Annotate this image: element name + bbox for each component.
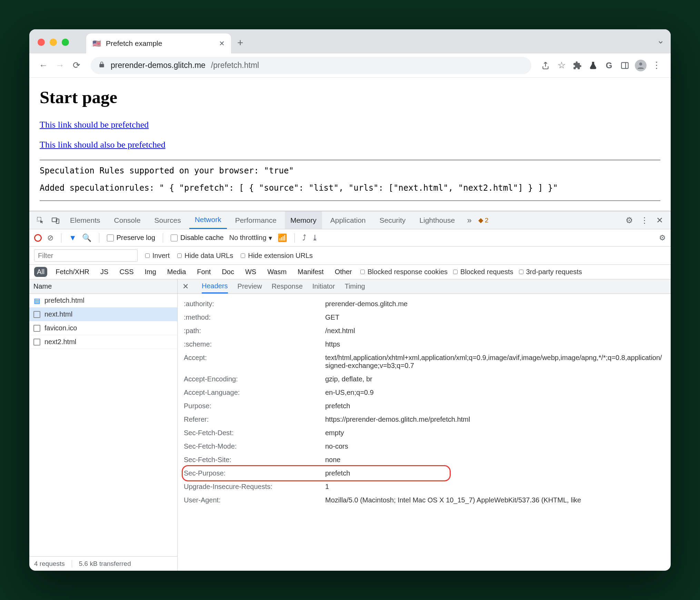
type-other[interactable]: Other xyxy=(332,267,355,277)
header-value: Mozilla/5.0 (Macintosh; Intel Mac OS X 1… xyxy=(325,496,664,504)
device-mode-icon[interactable] xyxy=(49,216,62,224)
speculation-supported-text: Speculation Rules supported on your brow… xyxy=(40,166,660,176)
share-icon[interactable] xyxy=(539,59,552,72)
type-doc[interactable]: Doc xyxy=(219,267,237,277)
url-path: /prefetch.html xyxy=(211,61,259,70)
tab-security[interactable]: Security xyxy=(374,211,411,229)
hide-data-urls-checkbox[interactable]: Hide data URLs xyxy=(177,252,233,260)
reload-button[interactable]: ⟳ xyxy=(70,59,83,72)
prefetch-link-1[interactable]: This link should be prefetched xyxy=(40,120,660,130)
bookmark-icon[interactable]: ☆ xyxy=(555,59,568,72)
filter-input[interactable] xyxy=(34,249,138,262)
request-row[interactable]: next.html xyxy=(29,308,177,321)
close-devtools-icon[interactable]: ✕ xyxy=(653,216,666,225)
disable-cache-label: Disable cache xyxy=(180,234,224,242)
hide-extension-urls-checkbox[interactable]: Hide extension URLs xyxy=(241,252,313,260)
page-viewport: Start page This link should be prefetche… xyxy=(29,78,671,211)
devtools-tabbar: Elements Console Sources Network Perform… xyxy=(29,211,671,229)
type-manifest[interactable]: Manifest xyxy=(295,267,327,277)
type-wasm[interactable]: Wasm xyxy=(264,267,289,277)
extensions-icon[interactable] xyxy=(571,59,584,72)
inspect-icon[interactable] xyxy=(34,216,47,224)
prefetch-link-2[interactable]: This link should also be prefetched xyxy=(40,140,660,150)
throttling-select[interactable]: No throttling ▾ xyxy=(229,234,272,242)
menu-icon[interactable]: ⋮ xyxy=(650,59,663,72)
hide-ext-label: Hide extension URLs xyxy=(248,252,313,260)
tabs-menu-icon[interactable]: ⌄ xyxy=(657,35,664,46)
more-menu-icon[interactable]: ⋮ xyxy=(638,216,651,225)
tab-lighthouse[interactable]: Lighthouse xyxy=(414,211,460,229)
type-media[interactable]: Media xyxy=(164,267,189,277)
type-fetch-xhr[interactable]: Fetch/XHR xyxy=(53,267,92,277)
header-name: Accept: xyxy=(184,354,325,370)
google-icon[interactable]: G xyxy=(602,59,616,72)
details-tab-preview[interactable]: Preview xyxy=(238,279,262,293)
header-name: Sec-Fetch-Dest: xyxy=(184,429,325,437)
header-value: no-cors xyxy=(325,442,664,450)
settings-icon[interactable]: ⚙ xyxy=(623,216,636,225)
address-bar[interactable]: prerender-demos.glitch.me/prefetch.html xyxy=(91,57,531,74)
labs-icon[interactable] xyxy=(587,59,600,72)
close-tab-icon[interactable]: ✕ xyxy=(219,39,225,48)
tab-application[interactable]: Application xyxy=(325,211,371,229)
details-tab-headers[interactable]: Headers xyxy=(202,279,228,293)
header-value: none xyxy=(325,456,664,464)
tab-performance[interactable]: Performance xyxy=(230,211,282,229)
back-button[interactable]: ← xyxy=(37,59,50,72)
type-all[interactable]: All xyxy=(34,267,47,277)
record-button[interactable] xyxy=(34,234,42,242)
request-row[interactable]: next2.html xyxy=(29,335,177,349)
type-css[interactable]: CSS xyxy=(117,267,136,277)
close-details-icon[interactable]: ✕ xyxy=(182,282,189,291)
side-panel-icon[interactable] xyxy=(618,59,631,72)
header-value: GET xyxy=(325,313,664,321)
details-tab-response[interactable]: Response xyxy=(272,279,303,293)
disable-cache-checkbox[interactable]: Disable cache xyxy=(171,234,224,242)
throttling-value: No throttling xyxy=(229,234,267,242)
minimize-window-button[interactable] xyxy=(50,39,57,46)
clear-button[interactable]: ⊘ xyxy=(47,233,53,242)
type-img[interactable]: Img xyxy=(142,267,159,277)
tab-elements[interactable]: Elements xyxy=(64,211,106,229)
document-icon: ▤ xyxy=(33,297,40,304)
tab-network[interactable]: Network xyxy=(189,211,227,229)
network-settings-icon[interactable]: ⚙ xyxy=(659,233,666,242)
third-party-checkbox[interactable]: 3rd-party requests xyxy=(519,268,582,276)
blocked-cookies-checkbox[interactable]: Blocked response cookies xyxy=(360,268,448,276)
issues-badge[interactable]: ◆ 2 xyxy=(478,216,489,224)
network-conditions-icon[interactable]: 📶 xyxy=(278,233,287,242)
type-ws[interactable]: WS xyxy=(242,267,259,277)
header-value: 1 xyxy=(325,483,664,491)
zoom-window-button[interactable] xyxy=(62,39,69,46)
speculation-rules-text: Added speculationrules: " { "prefetch": … xyxy=(40,183,660,193)
blocked-requests-label: Blocked requests xyxy=(460,268,513,276)
resource-type-bar: All Fetch/XHR JS CSS Img Media Font Doc … xyxy=(29,265,671,279)
header-name: Referer: xyxy=(184,416,325,423)
new-tab-button[interactable]: + xyxy=(237,37,243,49)
invert-checkbox[interactable]: Invert xyxy=(145,252,170,260)
more-tabs-icon[interactable]: » xyxy=(463,216,476,225)
tab-sources[interactable]: Sources xyxy=(149,211,187,229)
preserve-log-checkbox[interactable]: Preserve log xyxy=(107,234,155,242)
tab-memory[interactable]: Memory xyxy=(285,211,322,229)
request-row[interactable]: favicon.ico xyxy=(29,321,177,335)
tab-console[interactable]: Console xyxy=(109,211,146,229)
type-js[interactable]: JS xyxy=(98,267,111,277)
import-har-icon[interactable]: ⤴ xyxy=(302,233,306,242)
type-font[interactable]: Font xyxy=(194,267,213,277)
export-har-icon[interactable]: ⤓ xyxy=(312,233,318,242)
forward-button[interactable]: → xyxy=(53,59,67,72)
details-tab-timing[interactable]: Timing xyxy=(344,279,365,293)
header-value: https://prerender-demos.glitch.me/prefet… xyxy=(325,416,664,423)
filter-toggle-icon[interactable]: ▼ xyxy=(69,233,77,242)
blocked-requests-checkbox[interactable]: Blocked requests xyxy=(453,268,513,276)
header-row: :scheme:https xyxy=(184,338,664,351)
close-window-button[interactable] xyxy=(38,39,45,46)
browser-tab[interactable]: 🇺🇸 Prefetch example ✕ xyxy=(86,33,231,53)
details-tab-initiator[interactable]: Initiator xyxy=(312,279,335,293)
profile-button[interactable] xyxy=(634,59,647,72)
request-row[interactable]: ▤prefetch.html xyxy=(29,294,177,308)
requests-header[interactable]: Name xyxy=(29,279,177,294)
search-icon[interactable]: 🔍 xyxy=(82,233,91,242)
divider xyxy=(40,160,660,160)
